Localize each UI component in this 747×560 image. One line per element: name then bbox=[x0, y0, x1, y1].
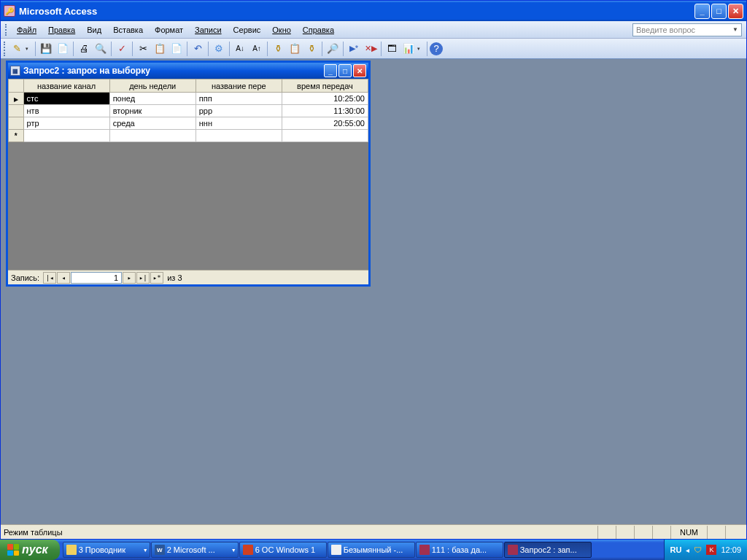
record-total: из 3 bbox=[167, 273, 182, 282]
export-button[interactable]: 📄 bbox=[55, 41, 71, 57]
row-selector[interactable] bbox=[9, 105, 24, 117]
cell[interactable] bbox=[109, 130, 196, 142]
table-row[interactable]: нтв вторник ррр 11:30:00 bbox=[9, 105, 368, 117]
menu-edit[interactable]: Правка bbox=[42, 24, 81, 36]
taskbar-item-paint[interactable]: Безымянный -... bbox=[328, 542, 415, 558]
filter-selection-button[interactable]: ⚱ bbox=[270, 41, 286, 57]
cut-button[interactable]: ✂ bbox=[135, 41, 151, 57]
taskbar-item-access-db[interactable]: 111 : база да... bbox=[416, 542, 503, 558]
minimize-button[interactable]: _ bbox=[694, 4, 710, 19]
data-grid[interactable]: название канал день недели название пере… bbox=[8, 79, 368, 142]
column-header-show[interactable]: название пере bbox=[196, 79, 282, 93]
new-record-row[interactable] bbox=[9, 130, 368, 142]
row-selector-new[interactable] bbox=[9, 130, 24, 142]
cell[interactable]: среда bbox=[109, 117, 196, 130]
taskbar-item-access-query[interactable]: Запрос2 : зап... bbox=[504, 542, 592, 558]
print-button[interactable]: 🖨 bbox=[76, 41, 92, 57]
access-icon bbox=[419, 545, 430, 555]
taskbar-item-word[interactable]: W 2 Microsoft ...▼ bbox=[151, 542, 239, 558]
select-all-corner[interactable] bbox=[9, 79, 24, 93]
table-row[interactable]: стс понед ппп 10:25:00 bbox=[9, 93, 368, 105]
column-header-channel[interactable]: название канал bbox=[23, 79, 109, 93]
cell[interactable]: стс bbox=[23, 93, 109, 105]
cell[interactable]: ппп bbox=[196, 93, 282, 105]
menu-service[interactable]: Сервис bbox=[228, 24, 267, 36]
new-object-button[interactable]: 📊 bbox=[400, 41, 417, 57]
last-record-button[interactable]: ▸| bbox=[136, 272, 150, 284]
status-cell bbox=[616, 526, 634, 539]
cell[interactable]: 10:25:00 bbox=[282, 93, 368, 105]
delete-record-button[interactable]: ✕▶ bbox=[363, 41, 379, 57]
cell[interactable] bbox=[196, 130, 282, 142]
menu-records[interactable]: Записи bbox=[189, 24, 228, 36]
find-button[interactable]: 🔎 bbox=[325, 41, 341, 57]
taskbar-item-powerpoint[interactable]: 6 OC Windows 1 bbox=[239, 542, 327, 558]
toolbar-grip[interactable] bbox=[4, 42, 7, 56]
maximize-button[interactable]: □ bbox=[711, 4, 727, 19]
clock[interactable]: 12:09 bbox=[721, 545, 741, 554]
prev-record-button[interactable]: ◂ bbox=[57, 272, 70, 284]
save-button[interactable]: 💾 bbox=[38, 41, 54, 57]
help-question-box[interactable]: Введите вопрос ▼ bbox=[632, 23, 742, 36]
menu-format[interactable]: Формат bbox=[149, 24, 189, 36]
next-record-button[interactable]: ▸ bbox=[123, 272, 136, 284]
new-record-button[interactable]: ▶* bbox=[346, 41, 362, 57]
tray-security-icon[interactable]: 🛡 bbox=[694, 545, 702, 554]
column-header-time[interactable]: время передач bbox=[282, 79, 368, 93]
menu-file[interactable]: Файл bbox=[11, 24, 42, 36]
cell[interactable] bbox=[282, 130, 368, 142]
column-header-day[interactable]: день недели bbox=[109, 79, 196, 93]
apply-filter-button[interactable]: ⚱ bbox=[303, 41, 320, 57]
new-record-nav-button[interactable]: ▸* bbox=[150, 272, 163, 284]
view-button[interactable]: ✎ bbox=[9, 41, 25, 57]
new-object-dropdown-icon[interactable]: ▾ bbox=[417, 46, 425, 52]
cell[interactable]: ннн bbox=[196, 117, 282, 130]
print-preview-button[interactable]: 🔍 bbox=[93, 41, 109, 57]
question-dropdown-icon[interactable]: ▼ bbox=[732, 26, 738, 33]
help-button[interactable]: ? bbox=[430, 42, 443, 55]
tray-expand-icon[interactable]: ◂ bbox=[686, 546, 689, 554]
menu-view[interactable]: Вид bbox=[81, 24, 107, 36]
menu-window[interactable]: Окно bbox=[266, 24, 297, 36]
row-selector-current[interactable] bbox=[9, 93, 24, 105]
spellcheck-button[interactable]: ✓ bbox=[114, 41, 130, 57]
close-button[interactable]: ✕ bbox=[728, 4, 743, 19]
first-record-button[interactable]: |◂ bbox=[43, 272, 56, 284]
cell[interactable]: 20:55:00 bbox=[282, 117, 368, 130]
status-cell bbox=[652, 526, 670, 539]
status-num: NUM bbox=[670, 526, 707, 539]
child-close-button[interactable]: ✕ bbox=[353, 64, 366, 77]
row-selector[interactable] bbox=[9, 117, 24, 130]
start-button[interactable]: пуск bbox=[0, 540, 60, 560]
question-placeholder: Введите вопрос bbox=[636, 26, 695, 34]
sort-desc-button[interactable]: A↑ bbox=[249, 41, 265, 57]
run-button[interactable]: ⚙ bbox=[211, 41, 227, 57]
cell[interactable]: вторник bbox=[109, 105, 196, 117]
cell[interactable]: понед bbox=[109, 93, 196, 105]
record-number-input[interactable] bbox=[71, 272, 122, 284]
menu-help[interactable]: Справка bbox=[297, 24, 340, 36]
tray-kaspersky-icon[interactable]: K bbox=[706, 545, 716, 555]
menu-insert[interactable]: Вставка bbox=[107, 24, 149, 36]
filter-form-button[interactable]: 📋 bbox=[287, 41, 303, 57]
cell[interactable] bbox=[23, 130, 109, 142]
undo-button[interactable]: ↶ bbox=[190, 41, 206, 57]
cell[interactable]: ртр bbox=[23, 117, 109, 130]
paste-button[interactable]: 📄 bbox=[169, 41, 185, 57]
query-titlebar[interactable]: ▦ Запрос2 : запрос на выборку _ □ ✕ bbox=[8, 63, 368, 79]
child-minimize-button[interactable]: _ bbox=[324, 64, 337, 77]
database-window-button[interactable]: 🗔 bbox=[384, 41, 400, 57]
main-titlebar[interactable]: 🔑 Microsoft Access _ □ ✕ bbox=[1, 1, 746, 21]
view-dropdown-icon[interactable]: ▾ bbox=[26, 46, 33, 52]
cell[interactable]: ррр bbox=[196, 105, 282, 117]
paint-icon bbox=[331, 545, 341, 555]
language-indicator[interactable]: RU bbox=[670, 545, 682, 554]
cell[interactable]: 11:30:00 bbox=[282, 105, 368, 117]
taskbar-item-explorer[interactable]: 3 Проводник▼ bbox=[63, 542, 150, 558]
sort-asc-button[interactable]: A↓ bbox=[232, 41, 248, 57]
copy-button[interactable]: 📋 bbox=[152, 41, 168, 57]
child-maximize-button[interactable]: □ bbox=[338, 64, 352, 77]
menubar-grip[interactable] bbox=[5, 24, 8, 36]
cell[interactable]: нтв bbox=[23, 105, 109, 117]
table-row[interactable]: ртр среда ннн 20:55:00 bbox=[9, 117, 368, 130]
